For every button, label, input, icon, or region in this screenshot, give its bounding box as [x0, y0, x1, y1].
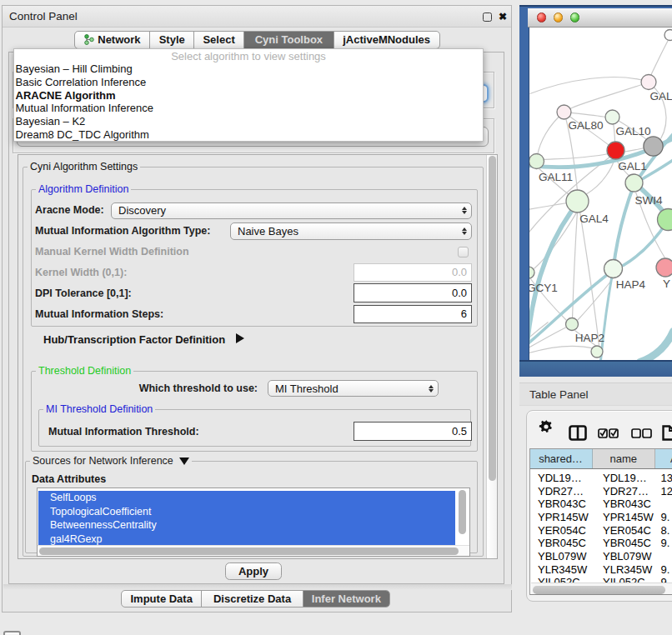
- network-node-gal4[interactable]: [566, 190, 589, 212]
- tab-infer-network[interactable]: Infer Network: [303, 591, 389, 607]
- manual-kernel-width-checkbox[interactable]: [458, 247, 469, 258]
- network-edge-highlighted[interactable]: [640, 331, 672, 360]
- gear-icon[interactable]: [539, 419, 554, 434]
- which-threshold-combo[interactable]: MI Threshold: [268, 380, 439, 397]
- table-row[interactable]: YBR045C YBR045C 9.: [530, 537, 672, 550]
- list-item[interactable]: BetweennessCentrality: [38, 518, 455, 532]
- network-edge-highlighted[interactable]: [601, 268, 614, 360]
- taskbar-partial-icon[interactable]: [3, 631, 21, 635]
- close-icon[interactable]: ✖: [496, 10, 509, 23]
- network-node-gal1[interactable]: [607, 142, 624, 159]
- table-header-row: shared… name A: [530, 449, 672, 469]
- network-node-gal2[interactable]: [641, 74, 656, 89]
- table-row[interactable]: YPR145W YPR145W 9.: [530, 511, 672, 524]
- network-node-hap2[interactable]: [566, 318, 579, 330]
- table-row[interactable]: YDR27… YDR27… 12: [530, 485, 672, 498]
- hub-transcription-factor-label[interactable]: Hub/Transcription Factor Definition: [43, 333, 225, 346]
- column-header-shared-name[interactable]: shared…: [530, 449, 593, 468]
- settings-vertical-scrollbar[interactable]: [489, 156, 496, 481]
- control-panel-titlebar[interactable]: Control Panel ✖: [3, 6, 511, 28]
- table-panel-title: Table Panel: [529, 383, 589, 407]
- tab-jactivemnodules[interactable]: jActiveMNodules: [334, 32, 439, 48]
- split-column-icon[interactable]: [569, 425, 587, 441]
- dpi-tolerance-field[interactable]: 0.0: [354, 283, 472, 302]
- aracne-mode-value: Discovery: [118, 204, 166, 217]
- tab-discretize-data[interactable]: Discretize Data: [202, 591, 303, 607]
- table-row[interactable]: YDL19… YDL19… 13: [530, 472, 672, 485]
- kernel-width-field[interactable]: 0.0: [354, 263, 472, 282]
- zoom-traffic-light[interactable]: [570, 12, 580, 22]
- network-edge-highlighted[interactable]: [614, 184, 634, 268]
- list-item[interactable]: gal4RGexp: [38, 532, 455, 547]
- mi-threshold-value: 0.5: [452, 425, 467, 438]
- network-edge[interactable]: [650, 37, 670, 77]
- group-sources-title[interactable]: Sources for Network Inference: [30, 455, 192, 468]
- apply-button[interactable]: Apply: [225, 562, 282, 580]
- network-node-swi4[interactable]: [625, 174, 643, 192]
- tab-network[interactable]: Network: [75, 32, 151, 48]
- table-row[interactable]: YLR345W YLR345W 9.: [530, 563, 672, 577]
- dropdown-item[interactable]: Basic Correlation Inference: [16, 76, 449, 89]
- dropdown-item-selected[interactable]: ARACNE Algorithm: [16, 89, 449, 102]
- dropdown-item[interactable]: Bayesian – Hill Climbing: [16, 62, 449, 76]
- file-icon[interactable]: [662, 425, 672, 441]
- list-item[interactable]: SelfLoops: [38, 491, 455, 505]
- network-edge[interactable]: [529, 346, 595, 354]
- mi-steps-field[interactable]: 6: [354, 305, 472, 323]
- network-edge[interactable]: [529, 202, 568, 210]
- list-horizontal-scrollbar-track[interactable]: [38, 545, 469, 556]
- list-item[interactable]: TopologicalCoefficient: [38, 505, 455, 519]
- list-horizontal-scrollbar[interactable]: [39, 548, 459, 555]
- network-node-gray[interactable]: [644, 136, 663, 155]
- mi-threshold-field[interactable]: 0.5: [354, 422, 472, 441]
- minimize-traffic-light[interactable]: [554, 12, 564, 22]
- aracne-mode-combo[interactable]: Discovery: [111, 202, 472, 219]
- table-horizontal-scrollbar[interactable]: [533, 586, 665, 594]
- panel-bottom-shadow: [3, 584, 512, 590]
- network-edge[interactable]: [580, 211, 599, 345]
- group-threshold-definition-title: Threshold Definition: [36, 365, 133, 378]
- network-node-hap4[interactable]: [604, 259, 623, 278]
- dpi-tolerance-label: DPI Tolerance [0,1]:: [35, 288, 132, 299]
- network-edge[interactable]: [570, 82, 649, 108]
- network-node-gal80[interactable]: [557, 105, 571, 119]
- network-window-titlebar[interactable]: [528, 8, 672, 28]
- table-horizontal-scrollbar-track[interactable]: [531, 582, 672, 595]
- dropdown-item[interactable]: Bayesian – K2: [16, 115, 449, 128]
- collapse-arrow-icon[interactable]: [179, 458, 189, 465]
- column-header-clipped[interactable]: A: [655, 449, 672, 468]
- column-header-name[interactable]: name: [593, 449, 656, 468]
- table-row[interactable]: YBR043C YBR043C: [530, 498, 672, 511]
- mi-algorithm-type-combo[interactable]: Naive Bayes: [230, 222, 472, 240]
- dropdown-item[interactable]: Mutual Information Inference: [16, 102, 449, 115]
- manual-kernel-width-label: Manual Kernel Width Definition: [35, 246, 189, 258]
- dropdown-item[interactable]: Dream8 DC_TDC Algorithm: [16, 128, 449, 142]
- checked-pair-icon[interactable]: [598, 428, 619, 438]
- network-node-salmon[interactable]: [656, 258, 672, 277]
- table-row[interactable]: YBL079W YBL079W: [530, 550, 672, 563]
- tab-impute-data[interactable]: Impute Data: [122, 591, 202, 607]
- mi-algorithm-type-label: Mutual Information Algorithm Type:: [35, 225, 210, 237]
- table-row[interactable]: YER054C YER054C 8.: [530, 524, 672, 538]
- network-node-green[interactable]: [658, 208, 672, 230]
- network-canvas[interactable]: GAL GAL80 GAL10 GAL1 GAL11 SWI4 GAL4 GCY…: [529, 28, 672, 361]
- network-node-gal11[interactable]: [529, 153, 544, 168]
- tab-style[interactable]: Style: [150, 32, 194, 48]
- network-node[interactable]: [664, 29, 672, 40]
- cyni-bottom-tabbar: Impute Data Discretize Data Infer Networ…: [121, 590, 390, 608]
- network-edge[interactable]: [538, 112, 564, 155]
- close-traffic-light[interactable]: [537, 12, 547, 22]
- network-node[interactable]: [591, 346, 603, 358]
- expand-arrow-icon[interactable]: [236, 333, 244, 343]
- list-vertical-scrollbar[interactable]: [459, 490, 466, 534]
- network-node-gcy1[interactable]: [529, 267, 534, 278]
- network-edge[interactable]: [530, 77, 649, 93]
- network-node-gal10[interactable]: [605, 110, 619, 124]
- combo-updown-icon: [460, 203, 468, 218]
- network-edge[interactable]: [544, 153, 609, 159]
- settings-vertical-scrollbar-track[interactable]: [486, 155, 498, 558]
- float-window-icon[interactable]: [483, 12, 492, 22]
- tab-cyni-toolbox[interactable]: Cyni Toolbox: [244, 32, 334, 48]
- unchecked-pair-icon[interactable]: [631, 428, 653, 438]
- tab-select[interactable]: Select: [194, 32, 244, 48]
